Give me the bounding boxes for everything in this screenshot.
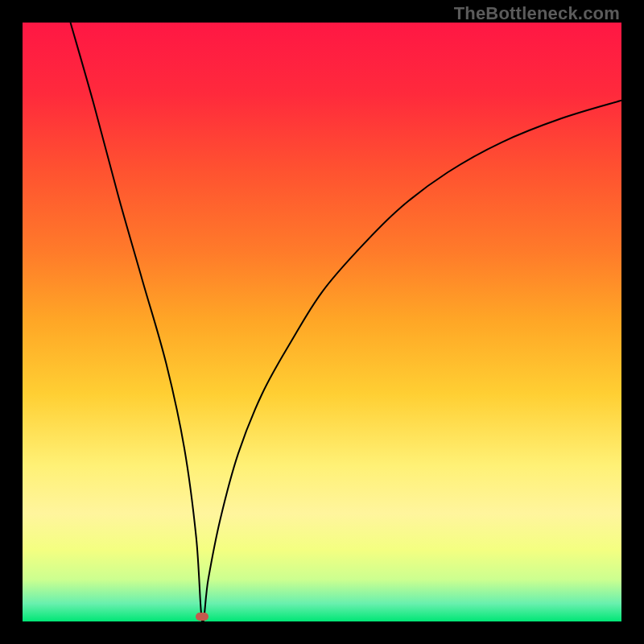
bottleneck-curve <box>71 23 621 621</box>
watermark-text: TheBottleneck.com <box>454 3 620 24</box>
curve-layer <box>23 23 621 621</box>
plot-frame: TheBottleneck.com <box>0 0 644 644</box>
minimum-marker <box>196 613 208 621</box>
plot-area <box>23 23 621 621</box>
